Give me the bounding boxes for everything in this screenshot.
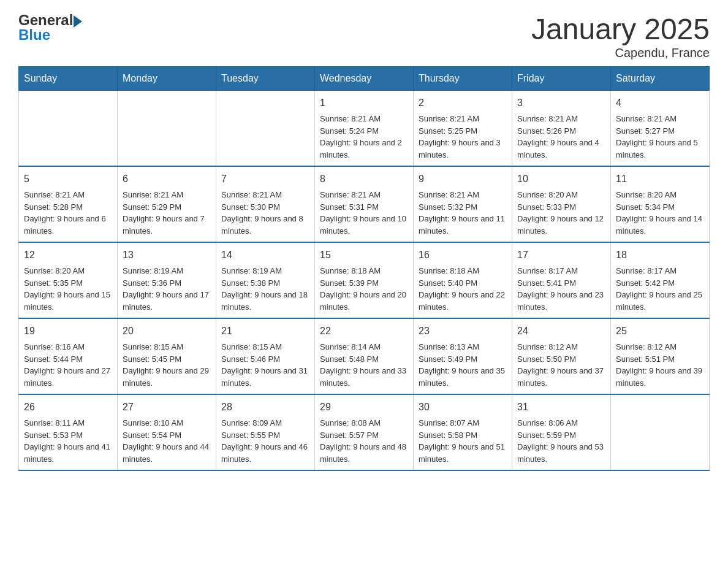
table-row: 6Sunrise: 8:21 AMSunset: 5:29 PMDaylight…	[118, 166, 216, 242]
header-wednesday: Wednesday	[315, 67, 414, 91]
day-number: 2	[419, 96, 507, 110]
table-row: 31Sunrise: 8:06 AMSunset: 5:59 PMDayligh…	[512, 394, 611, 470]
day-info: Sunrise: 8:15 AMSunset: 5:45 PMDaylight:…	[123, 341, 211, 389]
day-number: 22	[320, 324, 408, 339]
day-number: 8	[320, 172, 408, 186]
table-row: 10Sunrise: 8:20 AMSunset: 5:33 PMDayligh…	[512, 166, 611, 242]
calendar-subtitle: Capendu, France	[531, 46, 710, 60]
calendar-table: Sunday Monday Tuesday Wednesday Thursday…	[18, 66, 710, 471]
day-info: Sunrise: 8:16 AMSunset: 5:44 PMDaylight:…	[24, 341, 112, 389]
table-row: 5Sunrise: 8:21 AMSunset: 5:28 PMDaylight…	[19, 166, 118, 242]
day-info: Sunrise: 8:21 AMSunset: 5:25 PMDaylight:…	[419, 113, 507, 161]
table-row: 22Sunrise: 8:14 AMSunset: 5:48 PMDayligh…	[315, 318, 414, 394]
day-info: Sunrise: 8:13 AMSunset: 5:49 PMDaylight:…	[419, 341, 507, 389]
day-info: Sunrise: 8:21 AMSunset: 5:28 PMDaylight:…	[24, 189, 112, 237]
day-info: Sunrise: 8:19 AMSunset: 5:36 PMDaylight:…	[123, 265, 211, 313]
day-info: Sunrise: 8:12 AMSunset: 5:51 PMDaylight:…	[616, 341, 704, 389]
table-row: 28Sunrise: 8:09 AMSunset: 5:55 PMDayligh…	[216, 394, 315, 470]
day-info: Sunrise: 8:21 AMSunset: 5:30 PMDaylight:…	[221, 189, 309, 237]
calendar-title: January 2025	[531, 12, 710, 46]
day-number: 10	[517, 172, 605, 186]
header-thursday: Thursday	[414, 67, 512, 91]
calendar-week-row: 26Sunrise: 8:11 AMSunset: 5:53 PMDayligh…	[19, 394, 710, 470]
table-row: 16Sunrise: 8:18 AMSunset: 5:40 PMDayligh…	[414, 242, 512, 318]
header-sunday: Sunday	[19, 67, 118, 91]
day-info: Sunrise: 8:07 AMSunset: 5:58 PMDaylight:…	[419, 417, 507, 465]
day-number: 21	[221, 324, 309, 339]
day-info: Sunrise: 8:06 AMSunset: 5:59 PMDaylight:…	[517, 417, 605, 465]
table-row: 4Sunrise: 8:21 AMSunset: 5:27 PMDaylight…	[611, 91, 710, 167]
day-number: 23	[419, 324, 507, 339]
day-number: 9	[419, 172, 507, 186]
header-saturday: Saturday	[611, 67, 710, 91]
header-tuesday: Tuesday	[216, 67, 315, 91]
table-row: 25Sunrise: 8:12 AMSunset: 5:51 PMDayligh…	[611, 318, 710, 394]
table-row: 17Sunrise: 8:17 AMSunset: 5:41 PMDayligh…	[512, 242, 611, 318]
day-info: Sunrise: 8:17 AMSunset: 5:42 PMDaylight:…	[616, 265, 704, 313]
day-number: 25	[616, 324, 704, 339]
logo-arrow-icon	[74, 15, 82, 28]
day-number: 13	[123, 248, 211, 262]
day-info: Sunrise: 8:10 AMSunset: 5:54 PMDaylight:…	[123, 417, 211, 465]
day-number: 1	[320, 96, 408, 110]
day-number: 5	[24, 172, 112, 186]
day-info: Sunrise: 8:19 AMSunset: 5:38 PMDaylight:…	[221, 265, 309, 313]
table-row: 27Sunrise: 8:10 AMSunset: 5:54 PMDayligh…	[118, 394, 216, 470]
day-number: 19	[24, 324, 112, 339]
table-row: 14Sunrise: 8:19 AMSunset: 5:38 PMDayligh…	[216, 242, 315, 318]
table-row: 21Sunrise: 8:15 AMSunset: 5:46 PMDayligh…	[216, 318, 315, 394]
logo: General Blue	[18, 12, 82, 44]
logo-line2: Blue	[18, 27, 82, 43]
table-row: 12Sunrise: 8:20 AMSunset: 5:35 PMDayligh…	[19, 242, 118, 318]
day-info: Sunrise: 8:20 AMSunset: 5:34 PMDaylight:…	[616, 189, 704, 237]
day-number: 17	[517, 248, 605, 262]
day-info: Sunrise: 8:21 AMSunset: 5:24 PMDaylight:…	[320, 113, 408, 161]
day-number: 29	[320, 400, 408, 415]
day-number: 16	[419, 248, 507, 262]
day-number: 27	[123, 400, 211, 415]
table-row: 1Sunrise: 8:21 AMSunset: 5:24 PMDaylight…	[315, 91, 414, 167]
table-row: 23Sunrise: 8:13 AMSunset: 5:49 PMDayligh…	[414, 318, 512, 394]
day-info: Sunrise: 8:21 AMSunset: 5:29 PMDaylight:…	[123, 189, 211, 237]
table-row	[19, 91, 118, 167]
day-number: 31	[517, 400, 605, 415]
table-row: 29Sunrise: 8:08 AMSunset: 5:57 PMDayligh…	[315, 394, 414, 470]
table-row	[216, 91, 315, 167]
calendar-header-row: Sunday Monday Tuesday Wednesday Thursday…	[19, 67, 710, 91]
table-row: 11Sunrise: 8:20 AMSunset: 5:34 PMDayligh…	[611, 166, 710, 242]
calendar-week-row: 12Sunrise: 8:20 AMSunset: 5:35 PMDayligh…	[19, 242, 710, 318]
day-info: Sunrise: 8:15 AMSunset: 5:46 PMDaylight:…	[221, 341, 309, 389]
title-section: January 2025 Capendu, France	[531, 12, 710, 60]
day-number: 7	[221, 172, 309, 186]
day-info: Sunrise: 8:18 AMSunset: 5:39 PMDaylight:…	[320, 265, 408, 313]
day-info: Sunrise: 8:21 AMSunset: 5:27 PMDaylight:…	[616, 113, 704, 161]
table-row: 13Sunrise: 8:19 AMSunset: 5:36 PMDayligh…	[118, 242, 216, 318]
day-number: 18	[616, 248, 704, 262]
day-number: 28	[221, 400, 309, 415]
day-number: 14	[221, 248, 309, 262]
day-number: 24	[517, 324, 605, 339]
table-row: 15Sunrise: 8:18 AMSunset: 5:39 PMDayligh…	[315, 242, 414, 318]
day-number: 11	[616, 172, 704, 186]
table-row: 26Sunrise: 8:11 AMSunset: 5:53 PMDayligh…	[19, 394, 118, 470]
table-row: 24Sunrise: 8:12 AMSunset: 5:50 PMDayligh…	[512, 318, 611, 394]
day-info: Sunrise: 8:17 AMSunset: 5:41 PMDaylight:…	[517, 265, 605, 313]
day-info: Sunrise: 8:21 AMSunset: 5:32 PMDaylight:…	[419, 189, 507, 237]
table-row: 9Sunrise: 8:21 AMSunset: 5:32 PMDaylight…	[414, 166, 512, 242]
calendar-week-row: 19Sunrise: 8:16 AMSunset: 5:44 PMDayligh…	[19, 318, 710, 394]
table-row: 19Sunrise: 8:16 AMSunset: 5:44 PMDayligh…	[19, 318, 118, 394]
table-row: 18Sunrise: 8:17 AMSunset: 5:42 PMDayligh…	[611, 242, 710, 318]
day-info: Sunrise: 8:21 AMSunset: 5:26 PMDaylight:…	[517, 113, 605, 161]
day-number: 3	[517, 96, 605, 110]
day-info: Sunrise: 8:20 AMSunset: 5:33 PMDaylight:…	[517, 189, 605, 237]
table-row: 2Sunrise: 8:21 AMSunset: 5:25 PMDaylight…	[414, 91, 512, 167]
day-number: 6	[123, 172, 211, 186]
day-info: Sunrise: 8:11 AMSunset: 5:53 PMDaylight:…	[24, 417, 112, 465]
day-number: 26	[24, 400, 112, 415]
table-row: 20Sunrise: 8:15 AMSunset: 5:45 PMDayligh…	[118, 318, 216, 394]
header-friday: Friday	[512, 67, 611, 91]
page-header: General Blue January 2025 Capendu, Franc…	[18, 12, 710, 60]
calendar-week-row: 5Sunrise: 8:21 AMSunset: 5:28 PMDaylight…	[19, 166, 710, 242]
table-row	[118, 91, 216, 167]
table-row: 3Sunrise: 8:21 AMSunset: 5:26 PMDaylight…	[512, 91, 611, 167]
